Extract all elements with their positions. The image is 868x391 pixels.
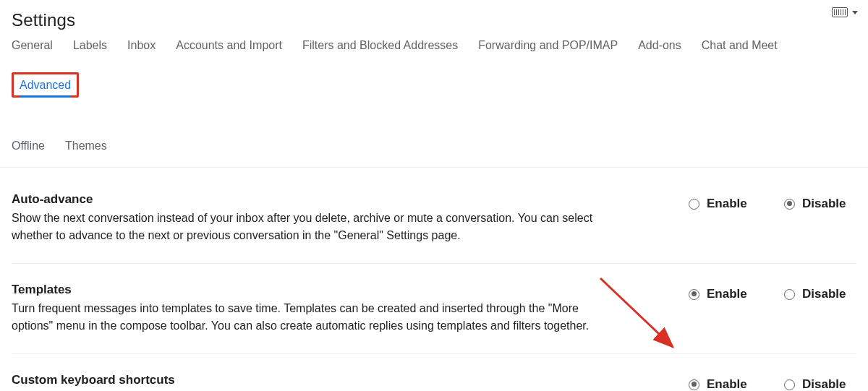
- radio-label: Disable: [802, 377, 846, 391]
- advanced-settings-list: Auto-advance Show the next conversation …: [0, 168, 868, 391]
- radio-label: Enable: [707, 377, 747, 391]
- custom-keyboard-shortcuts-disable-option[interactable]: Disable: [784, 377, 856, 391]
- radio-label: Disable: [802, 287, 846, 301]
- setting-title: Templates: [12, 283, 605, 297]
- templates-enable-option[interactable]: Enable: [689, 287, 761, 301]
- tab-labels[interactable]: Labels: [73, 38, 107, 56]
- setting-description: Turn frequent messages into templates to…: [12, 300, 605, 335]
- auto-advance-enable-option[interactable]: Enable: [689, 197, 761, 211]
- radio-label: Enable: [707, 287, 747, 301]
- setting-templates: Templates Turn frequent messages into te…: [12, 264, 856, 354]
- setting-options: Enable Disable: [689, 197, 856, 211]
- radio-label: Enable: [707, 197, 747, 211]
- tab-filters-and-blocked-addresses[interactable]: Filters and Blocked Addresses: [302, 38, 458, 56]
- radio-icon: [784, 289, 795, 300]
- setting-options: Enable Disable: [689, 377, 856, 391]
- setting-title: Custom keyboard shortcuts: [12, 373, 605, 387]
- custom-keyboard-shortcuts-enable-option[interactable]: Enable: [689, 377, 761, 391]
- radio-icon: [784, 199, 795, 210]
- setting-title: Auto-advance: [12, 192, 605, 207]
- auto-advance-disable-option[interactable]: Disable: [784, 197, 856, 211]
- radio-icon: [784, 379, 795, 390]
- tab-add-ons[interactable]: Add-ons: [638, 38, 681, 56]
- radio-label: Disable: [802, 197, 846, 211]
- setting-options: Enable Disable: [689, 287, 856, 301]
- tab-themes[interactable]: Themes: [65, 138, 107, 157]
- tab-chat-and-meet[interactable]: Chat and Meet: [702, 38, 778, 56]
- tab-advanced-highlight: Advanced: [12, 72, 79, 97]
- page-title: Settings: [0, 0, 868, 38]
- setting-auto-advance: Auto-advance Show the next conversation …: [12, 173, 856, 264]
- tab-inbox[interactable]: Inbox: [127, 38, 156, 56]
- settings-tabs: General Labels Inbox Accounts and Import…: [0, 38, 868, 168]
- setting-custom-keyboard-shortcuts: Custom keyboard shortcuts Enable the abi…: [12, 354, 856, 391]
- tab-forwarding-and-pop-imap[interactable]: Forwarding and POP/IMAP: [478, 38, 618, 56]
- setting-description: Show the next conversation instead of yo…: [12, 210, 605, 244]
- input-tools-icon[interactable]: [832, 7, 848, 17]
- radio-icon: [689, 289, 699, 300]
- tab-accounts-and-import[interactable]: Accounts and Import: [176, 38, 282, 56]
- radio-icon: [689, 199, 699, 210]
- radio-icon: [689, 379, 699, 390]
- setting-info: Custom keyboard shortcuts Enable the abi…: [12, 373, 605, 391]
- toolbar-right: [832, 7, 858, 17]
- tab-advanced[interactable]: Advanced: [20, 79, 71, 98]
- setting-info: Auto-advance Show the next conversation …: [12, 192, 605, 244]
- templates-disable-option[interactable]: Disable: [784, 287, 856, 301]
- tab-general[interactable]: General: [12, 38, 53, 56]
- tab-offline[interactable]: Offline: [12, 138, 45, 157]
- input-tools-dropdown-icon[interactable]: [852, 11, 858, 14]
- setting-info: Templates Turn frequent messages into te…: [12, 283, 605, 335]
